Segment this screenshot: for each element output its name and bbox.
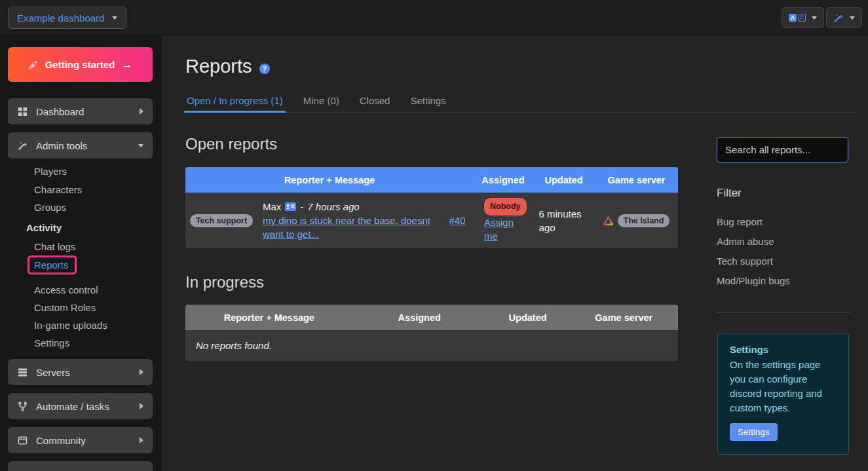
top-bar: Example dashboard A文 (0, 0, 868, 35)
column-game-server: Game server (595, 175, 678, 185)
tab-mine[interactable]: Mine (0) (302, 95, 341, 112)
sidebar-item-groups[interactable]: Groups (34, 201, 66, 214)
column-reporter-message: Reporter + Message (185, 175, 474, 185)
settings-button[interactable]: Settings (730, 423, 778, 441)
tab-closed[interactable]: Closed (358, 95, 392, 112)
branch-icon (17, 401, 28, 411)
help-icon[interactable]: ? (259, 64, 270, 74)
workspace-selector-button[interactable]: Example dashboard (8, 7, 126, 29)
chevron-right-icon (140, 437, 143, 443)
sidebar-item-dashboard[interactable]: Dashboard (8, 98, 153, 124)
assigned-badge: Nobody (484, 198, 527, 216)
column-updated: Updated (533, 175, 595, 185)
report-message-link[interactable]: my dino is stuck near the base. doesnt w… (263, 215, 430, 240)
reporter-name: Max (263, 200, 281, 214)
report-message-cell: Max - 7 hours ago my dino is stuck near … (257, 198, 441, 242)
in-progress-table-header: Reporter + Message Assigned Updated Game… (185, 305, 678, 330)
sidebar-item-truncated[interactable] (8, 461, 153, 471)
open-reports-table: Reporter + Message Assigned Updated Game… (185, 167, 678, 248)
chevron-right-icon (140, 108, 143, 115)
sidebar-item-admin-tools[interactable]: Admin tools (8, 132, 153, 159)
translate-icon: A文 (789, 14, 806, 22)
sidebar-item-label: Community (36, 435, 86, 446)
empty-state-row: No reports found. (185, 330, 678, 361)
sidebar-section-activity: Activity (26, 221, 62, 235)
sidebar-item-servers[interactable]: Servers (8, 359, 153, 385)
report-type-badge: Tech support (190, 214, 253, 227)
sidebar-item-access-control[interactable]: Access control (34, 284, 98, 297)
chevron-down-icon (812, 16, 817, 20)
chevron-down-icon (138, 144, 143, 147)
report-meta: Max - 7 hours ago (263, 200, 437, 214)
sidebar-item-players[interactable]: Players (34, 165, 67, 178)
filter-mod-plugin-bugs[interactable]: Mod/Plugin bugs (717, 274, 790, 288)
updated-text: 6 minutes ago (539, 207, 589, 235)
assign-me-link[interactable]: Assign me (484, 217, 514, 242)
column-game-server: Game server (570, 312, 678, 323)
sidebar-item-chat-logs[interactable]: Chat logs (34, 240, 75, 254)
filter-bug-report[interactable]: Bug report (717, 216, 763, 229)
page-title-text: Reports (185, 56, 252, 77)
chevron-right-icon (140, 403, 143, 409)
filter-tech-support[interactable]: Tech support (717, 255, 773, 268)
servers-icon (17, 367, 28, 377)
divider (717, 312, 850, 313)
chevron-down-icon (850, 16, 855, 20)
arrow-right-icon: → (121, 58, 132, 71)
sidebar-item-custom-roles[interactable]: Custom Roles (34, 301, 96, 314)
sidebar: Getting started → Dashboard Admin tools … (0, 35, 162, 471)
workspace-selector-label: Example dashboard (17, 12, 104, 24)
sidebar-item-label: Dashboard (36, 106, 84, 117)
game-server-cell: The Island (595, 214, 678, 227)
rocket-icon (28, 60, 39, 70)
main-content: Reports ? Open / In progress (1) Mine (0… (162, 35, 868, 471)
sidebar-item-characters[interactable]: Characters (34, 183, 82, 197)
meta-separator: - (300, 200, 303, 214)
tools-menu-button[interactable] (826, 7, 862, 28)
id-card-icon[interactable] (285, 202, 296, 211)
filter-heading: Filter (717, 187, 742, 200)
search-input[interactable] (717, 137, 848, 162)
sidebar-item-admin-settings[interactable]: Settings (34, 337, 69, 350)
open-reports-table-header: Reporter + Message Assigned Updated Game… (185, 167, 678, 193)
settings-card-heading: Settings (730, 344, 837, 355)
sidebar-item-label: Admin tools (36, 140, 87, 151)
in-progress-table: Reporter + Message Assigned Updated Game… (185, 305, 678, 361)
page-title: Reports ? (185, 56, 270, 77)
column-reporter-message: Reporter + Message (185, 312, 353, 323)
report-time: 7 hours ago (307, 200, 359, 214)
magic-wand-icon (833, 12, 844, 23)
sidebar-item-in-game-uploads[interactable]: In-game uploads (34, 319, 107, 332)
settings-card-body: On the settings page you can configure d… (730, 358, 837, 415)
report-tabs: Open / In progress (1) Mine (0) Closed S… (185, 95, 858, 113)
report-id-link[interactable]: #40 (449, 215, 465, 226)
server-badge: The Island (618, 214, 670, 227)
tab-settings[interactable]: Settings (409, 95, 447, 112)
column-updated: Updated (486, 312, 570, 323)
ark-logo-icon (603, 216, 613, 225)
updated-cell: 6 minutes ago (533, 207, 595, 235)
getting-started-button[interactable]: Getting started → (8, 47, 153, 82)
chevron-down-icon (112, 16, 117, 20)
filter-admin-abuse[interactable]: Admin abuse (717, 235, 774, 248)
column-assigned: Assigned (474, 175, 533, 185)
open-reports-heading: Open reports (185, 135, 277, 153)
getting-started-label: Getting started (45, 59, 115, 70)
sidebar-item-label: Servers (36, 367, 70, 378)
window-icon (17, 435, 28, 445)
chevron-right-icon (140, 369, 143, 375)
report-type-cell: Tech support (185, 214, 257, 227)
assigned-cell: Nobody Assign me (474, 198, 533, 243)
settings-info-card: Settings On the settings page you can co… (717, 333, 849, 455)
report-id-cell: #40 (441, 215, 474, 226)
sidebar-item-label: Automate / tasks (36, 401, 109, 412)
table-row: Tech support Max - 7 hours ago my dino i… (185, 193, 678, 248)
in-progress-heading: In progress (185, 273, 264, 292)
language-selector-button[interactable]: A文 (782, 7, 824, 28)
sidebar-item-automate-tasks[interactable]: Automate / tasks (8, 393, 153, 419)
column-assigned: Assigned (353, 312, 486, 323)
sidebar-item-community[interactable]: Community (8, 427, 153, 453)
tab-open-in-progress[interactable]: Open / In progress (1) (185, 95, 284, 112)
sidebar-item-reports[interactable]: Reports (34, 259, 69, 272)
magic-wand-icon (17, 140, 28, 151)
